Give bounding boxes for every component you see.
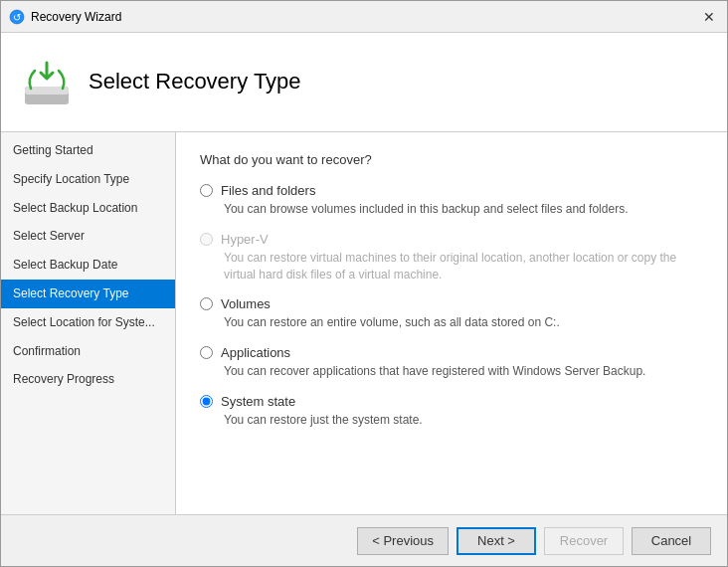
radio-label-volumes: Volumes xyxy=(221,296,271,311)
radio-label-hyper-v: Hyper-V xyxy=(221,232,269,247)
header-icon xyxy=(21,57,73,108)
sidebar-item-getting-started[interactable]: Getting Started xyxy=(1,136,175,165)
option-desc-hyper-v: You can restore virtual machines to thei… xyxy=(224,250,703,284)
radio-row-system-state: System state xyxy=(200,394,703,409)
title-bar: ↺ Recovery Wizard ✕ xyxy=(1,1,727,33)
recovery-option-hyper-v: Hyper-VYou can restore virtual machines … xyxy=(200,232,703,284)
radio-hyper-v xyxy=(200,233,213,246)
radio-files-and-folders[interactable] xyxy=(200,184,213,197)
option-desc-system-state: You can restore just the system state. xyxy=(224,412,703,429)
content-area: Getting StartedSpecify Location TypeSele… xyxy=(1,132,727,514)
footer: < Previous Next > Recover Cancel xyxy=(1,514,727,566)
cancel-button[interactable]: Cancel xyxy=(632,527,711,555)
recovery-option-files-and-folders: Files and foldersYou can browse volumes … xyxy=(200,183,703,218)
sidebar-item-confirmation[interactable]: Confirmation xyxy=(1,337,175,366)
option-desc-files-and-folders: You can browse volumes included in this … xyxy=(224,201,703,218)
sidebar-item-select-backup-date[interactable]: Select Backup Date xyxy=(1,251,175,280)
previous-button[interactable]: < Previous xyxy=(357,527,449,555)
title-bar-left: ↺ Recovery Wizard xyxy=(9,9,121,25)
header-section: Select Recovery Type xyxy=(1,33,727,132)
radio-volumes[interactable] xyxy=(200,297,213,310)
radio-row-volumes: Volumes xyxy=(200,296,703,311)
radio-label-applications: Applications xyxy=(221,345,290,360)
recovery-wizard-icon: ↺ xyxy=(9,9,25,25)
sidebar-item-select-server[interactable]: Select Server xyxy=(1,222,175,251)
close-button[interactable]: ✕ xyxy=(699,7,719,27)
radio-label-system-state: System state xyxy=(221,394,295,409)
recovery-option-applications: ApplicationsYou can recover applications… xyxy=(200,345,703,380)
radio-system-state[interactable] xyxy=(200,395,213,408)
sidebar: Getting StartedSpecify Location TypeSele… xyxy=(1,132,176,514)
recovery-option-system-state: System stateYou can restore just the sys… xyxy=(200,394,703,429)
page-title: Select Recovery Type xyxy=(89,69,301,94)
svg-text:↺: ↺ xyxy=(13,12,21,23)
sidebar-item-select-backup-location[interactable]: Select Backup Location xyxy=(1,194,175,223)
main-window: ↺ Recovery Wizard ✕ Select Recovery Type… xyxy=(0,0,728,567)
radio-row-applications: Applications xyxy=(200,345,703,360)
sidebar-item-select-location-for-syste[interactable]: Select Location for Syste... xyxy=(1,308,175,337)
radio-row-hyper-v: Hyper-V xyxy=(200,232,703,247)
option-desc-volumes: You can restore an entire volume, such a… xyxy=(224,314,703,331)
radio-label-files-and-folders: Files and folders xyxy=(221,183,315,198)
option-desc-applications: You can recover applications that have r… xyxy=(224,363,703,380)
sidebar-item-specify-location-type[interactable]: Specify Location Type xyxy=(1,165,175,194)
next-button[interactable]: Next > xyxy=(456,527,536,555)
radio-applications[interactable] xyxy=(200,346,213,359)
title-bar-title: Recovery Wizard xyxy=(31,10,121,24)
question-label: What do you want to recover? xyxy=(200,152,703,167)
sidebar-item-select-recovery-type: Select Recovery Type xyxy=(1,280,175,308)
recovery-option-volumes: VolumesYou can restore an entire volume,… xyxy=(200,296,703,331)
recover-button[interactable]: Recover xyxy=(544,527,624,555)
main-panel: What do you want to recover? Files and f… xyxy=(176,132,727,514)
sidebar-item-recovery-progress[interactable]: Recovery Progress xyxy=(1,365,175,394)
radio-row-files-and-folders: Files and folders xyxy=(200,183,703,198)
